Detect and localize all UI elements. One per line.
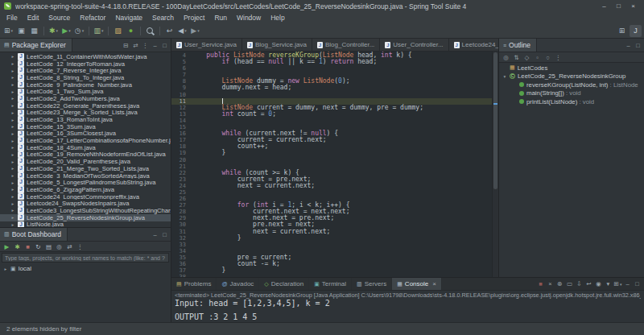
- chevron-right-icon[interactable]: ▸: [10, 152, 15, 157]
- collapse-all-icon[interactable]: ⊟: [122, 40, 130, 50]
- chevron-right-icon[interactable]: ▸: [10, 145, 15, 150]
- package-explorer-item[interactable]: ▸JLeetCode_8_String_To_Integer.java: [0, 74, 171, 81]
- start-icon[interactable]: ▶: [2, 242, 11, 251]
- outline-item[interactable]: reverseKGroup(ListNode, int) : ListNode: [499, 81, 644, 89]
- console-tab-javadoc[interactable]: @Javadoc: [217, 278, 259, 290]
- editor-tab[interactable]: JBlog_Service.java: [242, 39, 312, 51]
- clear-console-icon[interactable]: ▭: [565, 279, 574, 289]
- menu-window[interactable]: Window: [232, 14, 266, 22]
- package-explorer-item[interactable]: ▸JLeetCode_20_Valid_Parentheses.java: [0, 158, 171, 165]
- chevron-right-icon[interactable]: ▸: [10, 89, 15, 94]
- display-selected-console-icon[interactable]: ▾: [604, 279, 613, 289]
- link-with-editor-icon[interactable]: ⇄: [131, 40, 140, 50]
- focus-element-icon[interactable]: ◎: [502, 52, 510, 62]
- package-explorer-item[interactable]: ▸JLeetCode_9_Palindrome_Number.java: [0, 81, 171, 89]
- menu-navigate[interactable]: Navigate: [110, 14, 147, 22]
- chevron-right-icon[interactable]: ▸: [10, 54, 15, 59]
- close-tab-icon[interactable]: ×: [432, 280, 436, 287]
- scroll-lock-icon[interactable]: ⇩: [575, 279, 584, 289]
- chevron-right-icon[interactable]: ▸: [10, 110, 15, 115]
- profile-icon[interactable]: ◷▾: [73, 25, 85, 37]
- package-explorer-item[interactable]: ▸JLeetCode_12_IntegerToRoman.java: [0, 60, 171, 68]
- hide-fields-icon[interactable]: ◇: [522, 52, 531, 62]
- minimize-view-icon[interactable]: –: [623, 279, 632, 289]
- chevron-right-icon[interactable]: ▸: [10, 215, 15, 220]
- search-icon[interactable]: [144, 25, 156, 37]
- outline-item[interactable]: ▾CLeetCode_25_ReverseNodesinkGroup: [499, 72, 644, 81]
- chevron-right-icon[interactable]: ▸: [10, 131, 15, 136]
- chevron-right-icon[interactable]: ▸: [10, 187, 15, 192]
- package-explorer-item[interactable]: ▸JLeetCode24_LongestCommonpreffix.java: [0, 193, 171, 201]
- minimize-button[interactable]: –: [597, 2, 611, 11]
- view-menu-icon[interactable]: ⋮: [554, 52, 563, 62]
- package-explorer-item[interactable]: ▸JLeetCode_13_RomanToInt.java: [0, 116, 171, 123]
- maximize-view-icon[interactable]: □: [160, 230, 169, 239]
- package-explorer-item[interactable]: ▸JLeetCode_19_RemoveNthNodeformEndOfList…: [0, 151, 171, 159]
- link-with-selection-icon[interactable]: ⇄: [65, 242, 74, 251]
- chevron-right-icon[interactable]: ▸: [10, 201, 15, 206]
- package-explorer-item[interactable]: ▸JLeetCode_17_LetterCombinationsofaPhone…: [0, 137, 171, 144]
- boot-dashboard-tab[interactable]: ▥ Boot Dashboard: [0, 228, 68, 241]
- chevron-right-icon[interactable]: ▸: [10, 61, 15, 66]
- code-area[interactable]: 4 public ListNode reverseKGroup(ListNode…: [171, 52, 492, 277]
- boot-dashboard-item[interactable]: ▸▣local: [0, 264, 171, 273]
- back-icon[interactable]: ◀▾: [176, 25, 188, 37]
- chevron-right-icon[interactable]: ▸: [10, 139, 15, 143]
- start-debug-icon[interactable]: ✱: [13, 242, 22, 251]
- sort-icon[interactable]: ⇅: [512, 52, 521, 62]
- chevron-right-icon[interactable]: ▸: [10, 96, 15, 101]
- save-icon[interactable]: ▣: [15, 25, 27, 37]
- chevron-right-icon[interactable]: ▸: [10, 173, 15, 178]
- boot-dashboard-filter-input[interactable]: [2, 253, 169, 263]
- scrollbar-thumb[interactable]: [493, 52, 497, 189]
- package-explorer-item[interactable]: ▸JLeetCode22_Generate_Parentheses.java: [0, 102, 171, 110]
- package-explorer-item[interactable]: ▸JLeetCode_11_ContainerWithMostWater.jav…: [0, 53, 171, 60]
- remove-launch-icon[interactable]: ×: [546, 279, 555, 289]
- package-explorer-item[interactable]: ▸JLeetCode2_AddTwoNumbers.java: [0, 95, 171, 102]
- console-tab-declaration[interactable]: ◇Declaration: [259, 278, 309, 290]
- editor-tab[interactable]: JUser_Controller...: [380, 39, 448, 51]
- stop-icon[interactable]: ■: [23, 242, 32, 251]
- package-explorer-item[interactable]: ▸JLeetCode_18_4Sum.java: [0, 144, 171, 151]
- outline-item[interactable]: main(String[]) : void: [499, 89, 644, 98]
- menu-refactor[interactable]: Refactor: [75, 14, 110, 22]
- save-all-icon[interactable]: ▦: [28, 25, 40, 37]
- chevron-right-icon[interactable]: ▸: [10, 166, 15, 171]
- open-browser-icon[interactable]: ◎: [55, 242, 64, 251]
- package-explorer-item[interactable]: ▸JListNode.java: [0, 221, 171, 228]
- console-tab-console[interactable]: ▦Console×: [392, 278, 442, 290]
- package-explorer-item[interactable]: ▸JLeetCode_5_LongestPalindromeSubString.…: [0, 179, 171, 186]
- package-explorer-item[interactable]: ▸JLeetCode_3_MedianOfTwoSortedArrays.jav…: [0, 172, 171, 180]
- chevron-right-icon[interactable]: ▸: [10, 118, 15, 122]
- menu-source[interactable]: Source: [43, 14, 75, 22]
- editor-tab[interactable]: JLeetcode24_Swap...: [449, 39, 498, 51]
- chevron-right-icon[interactable]: ▸: [10, 75, 15, 80]
- menu-edit[interactable]: Edit: [23, 14, 44, 22]
- editor-scrollbar[interactable]: [492, 52, 498, 277]
- outline-tab[interactable]: ≡ Outline: [499, 39, 537, 52]
- word-wrap-icon[interactable]: ↩: [584, 279, 593, 289]
- package-explorer-tab[interactable]: ▤ Package Explorer: [0, 39, 72, 52]
- chevron-right-icon[interactable]: ▸: [10, 103, 15, 108]
- console-content[interactable]: <terminated> LeetCode_25_ReverseNodesink…: [171, 291, 644, 322]
- view-menu-icon[interactable]: ⋮: [76, 242, 85, 251]
- package-explorer-item[interactable]: ▸JLeetCode_16_3SumClosest.java: [0, 130, 171, 138]
- outline-item[interactable]: printList(ListNode) : void: [499, 97, 644, 106]
- chevron-right-icon[interactable]: ▸: [10, 194, 15, 199]
- hide-non-public-icon[interactable]: ○: [543, 52, 552, 62]
- chevron-right-icon[interactable]: ▸: [10, 180, 15, 185]
- menu-file[interactable]: File: [2, 14, 23, 22]
- new-spring-starter-icon[interactable]: ●: [125, 25, 137, 37]
- forward-icon[interactable]: ▶▾: [189, 25, 201, 37]
- maximize-view-icon[interactable]: □: [634, 40, 642, 50]
- minimize-view-icon[interactable]: –: [151, 230, 159, 239]
- minimize-view-icon[interactable]: –: [624, 40, 633, 50]
- menu-run[interactable]: Run: [209, 14, 232, 22]
- outline-item[interactable]: ▦LeetCodes: [499, 64, 644, 72]
- new-wizard-icon[interactable]: ⊞▾: [2, 25, 14, 37]
- chevron-right-icon[interactable]: ▸: [10, 124, 15, 129]
- package-explorer-item[interactable]: ▸JLeetCode_1_Two_Sum.java: [0, 88, 171, 95]
- new-java-project-icon[interactable]: ▨: [112, 25, 124, 37]
- chevron-right-icon[interactable]: ▸: [10, 222, 15, 227]
- package-explorer-item[interactable]: ▸JLeetCode3_LongestSubStringWithoutRepea…: [0, 207, 171, 214]
